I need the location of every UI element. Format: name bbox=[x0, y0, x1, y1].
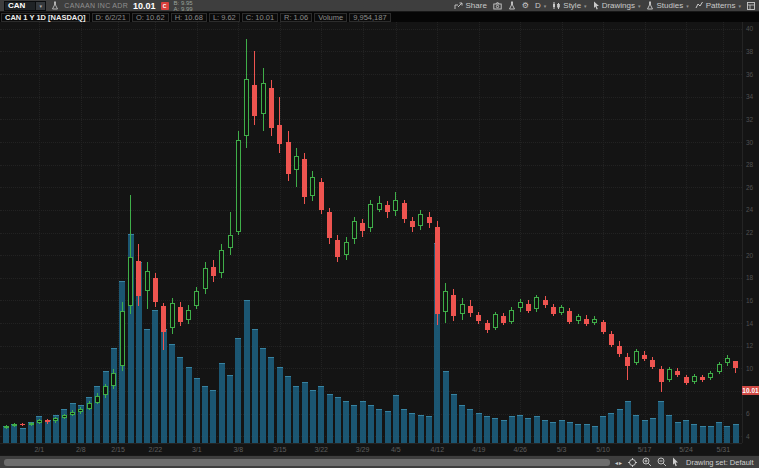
price-axis-label: 36 bbox=[746, 71, 753, 78]
panel-menu-button[interactable] bbox=[747, 2, 755, 10]
ask-value: A: 9.99 bbox=[174, 6, 193, 12]
volume-bar bbox=[550, 422, 556, 443]
grid-line bbox=[0, 323, 742, 324]
symbol-settings-icon[interactable] bbox=[51, 1, 59, 10]
grid-line bbox=[0, 142, 742, 143]
volume-bar bbox=[691, 424, 697, 443]
drawing-set-selector[interactable]: Drawing set: Default bbox=[686, 458, 754, 467]
volume-bar bbox=[501, 420, 507, 443]
volume-bar bbox=[517, 415, 523, 444]
candle bbox=[219, 250, 224, 274]
date-label: 4/5 bbox=[391, 446, 401, 453]
grid-line bbox=[0, 165, 742, 166]
zoom-out-icon[interactable] bbox=[657, 457, 667, 467]
price-axis-label: 14 bbox=[746, 320, 753, 327]
candle bbox=[692, 376, 697, 382]
date-label: 3/29 bbox=[356, 446, 370, 453]
candle bbox=[302, 159, 307, 198]
volume-bar bbox=[666, 415, 672, 444]
date-label: 2/22 bbox=[149, 446, 163, 453]
style-button[interactable]: Style ▾ bbox=[552, 1, 586, 10]
grid-line bbox=[562, 22, 563, 443]
chart-area[interactable]: 40383634323028262422201816141210864 10.0… bbox=[0, 22, 759, 443]
date-label: 2/8 bbox=[76, 446, 86, 453]
candle bbox=[708, 373, 713, 379]
candle bbox=[335, 240, 340, 257]
volume-bar bbox=[285, 376, 291, 443]
ohlc-field-range: R: 1.06 bbox=[280, 13, 312, 22]
studies-button[interactable]: Studies ▾ bbox=[646, 1, 688, 10]
candle bbox=[153, 278, 158, 302]
symbol-input[interactable]: CAN bbox=[4, 1, 36, 11]
candle bbox=[45, 420, 50, 422]
price-axis-label: 40 bbox=[746, 25, 753, 32]
date-label: 5/3 bbox=[557, 446, 567, 453]
snapshot-button[interactable] bbox=[493, 2, 502, 10]
toolbar-right-group: Share ⚙ D ▾ bbox=[454, 1, 755, 10]
volume-bar bbox=[335, 397, 341, 443]
candle bbox=[609, 334, 614, 344]
patterns-button[interactable]: Patterns ▾ bbox=[695, 1, 741, 10]
candle bbox=[261, 83, 266, 114]
share-button[interactable]: Share bbox=[454, 1, 486, 10]
volume-bar bbox=[202, 386, 208, 443]
candle bbox=[518, 302, 523, 309]
candle bbox=[725, 358, 730, 363]
gear-icon: ⚙ bbox=[522, 2, 529, 10]
volume-value: 9,954,187 bbox=[349, 13, 390, 22]
candle bbox=[650, 360, 655, 367]
chevron-down-icon: ▾ bbox=[544, 3, 547, 9]
date-label: 4/12 bbox=[430, 446, 444, 453]
volume-bar bbox=[343, 401, 349, 443]
candle bbox=[103, 386, 108, 395]
volume-bar bbox=[534, 416, 540, 443]
candle bbox=[319, 182, 324, 210]
volume-bar bbox=[277, 367, 283, 443]
drawings-button[interactable]: Drawings ▾ bbox=[593, 1, 641, 10]
candle bbox=[418, 214, 423, 225]
candle bbox=[236, 140, 241, 233]
candle bbox=[120, 311, 125, 367]
symbol-dropdown-button[interactable]: ▾ bbox=[36, 1, 46, 11]
chart-scrollbar[interactable] bbox=[4, 459, 610, 466]
quick-study-button[interactable] bbox=[508, 1, 516, 10]
price-axis[interactable]: 40383634323028262422201816141210864 bbox=[742, 22, 759, 443]
drawings-label: Drawings bbox=[602, 1, 635, 10]
volume-bar bbox=[716, 422, 722, 443]
volume-bar bbox=[617, 409, 623, 443]
volume-bar bbox=[708, 426, 714, 443]
candle bbox=[468, 306, 473, 313]
volume-bar bbox=[426, 416, 432, 443]
volume-bar bbox=[302, 382, 308, 443]
candle bbox=[567, 311, 572, 322]
field-label: C: bbox=[246, 14, 254, 21]
zoom-in-icon[interactable] bbox=[642, 457, 652, 467]
volume-bar bbox=[418, 415, 424, 444]
field-label: H: bbox=[175, 14, 183, 21]
timeframe-button[interactable]: D ▾ bbox=[535, 1, 546, 10]
crosshair-icon[interactable] bbox=[628, 458, 637, 467]
volume-bar bbox=[152, 310, 158, 443]
camera-icon bbox=[493, 2, 502, 10]
volume-bar bbox=[675, 422, 681, 443]
candle bbox=[252, 85, 257, 116]
field-value: 9.62 bbox=[221, 14, 236, 21]
last-price-tag: 10.01 bbox=[742, 386, 759, 395]
chevron-down-icon: ▾ bbox=[638, 3, 641, 9]
settings-button[interactable]: ⚙ bbox=[522, 2, 529, 10]
volume-bar bbox=[219, 363, 225, 443]
volume-bar bbox=[70, 403, 76, 443]
volume-bar bbox=[318, 386, 324, 443]
price-plot[interactable] bbox=[0, 22, 742, 443]
date-label: 3/8 bbox=[233, 446, 243, 453]
date-axis[interactable]: 2/12/82/152/223/13/83/153/223/294/54/124… bbox=[0, 443, 742, 455]
volume-bar bbox=[393, 395, 399, 443]
grid-line bbox=[0, 278, 742, 279]
pointer-icon[interactable] bbox=[672, 457, 679, 467]
candle bbox=[194, 291, 199, 306]
pan-arrows-icon[interactable]: ◂▸ bbox=[615, 459, 623, 466]
cursor-icon bbox=[593, 1, 600, 10]
share-icon bbox=[454, 2, 463, 10]
candle bbox=[377, 203, 382, 210]
symbol-input-group: CAN ▾ bbox=[4, 1, 46, 11]
